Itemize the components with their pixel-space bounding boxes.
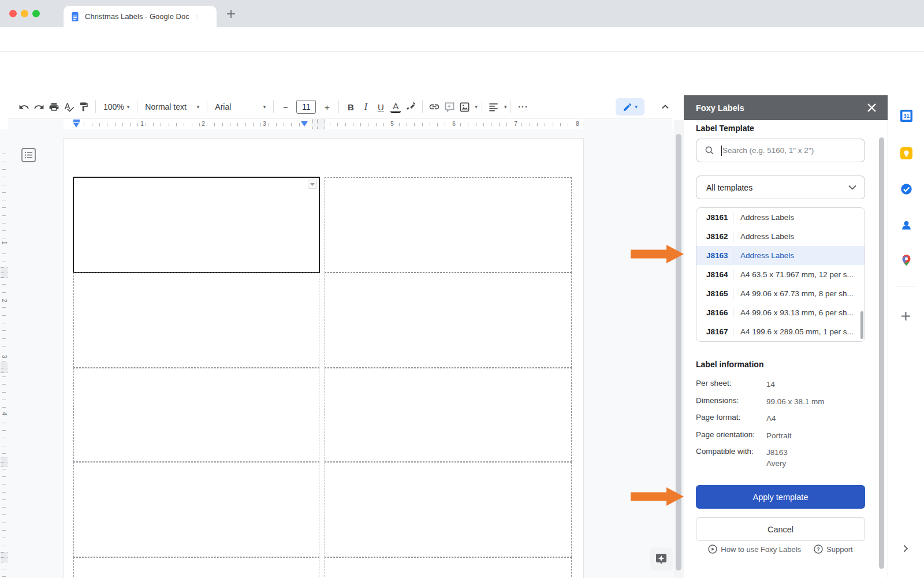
cancel-button[interactable]: Cancel bbox=[696, 517, 865, 541]
template-row[interactable]: J8161 Address Labels bbox=[696, 208, 865, 227]
minimize-window-button[interactable] bbox=[21, 10, 28, 17]
document-page[interactable] bbox=[64, 139, 583, 578]
font-size-input[interactable]: 11 bbox=[296, 100, 316, 114]
ruler-number: 1 bbox=[139, 121, 146, 127]
tasks-icon[interactable] bbox=[900, 183, 912, 195]
table-column-marker[interactable] bbox=[312, 119, 325, 130]
divider bbox=[733, 308, 733, 318]
list-scrollbar-thumb[interactable] bbox=[860, 311, 863, 339]
browser-tab[interactable]: Christmas Labels - Google Doc × bbox=[64, 6, 217, 27]
new-tab-button[interactable] bbox=[226, 9, 236, 18]
explore-button[interactable] bbox=[650, 547, 673, 570]
table-row-marker[interactable] bbox=[1, 552, 8, 562]
hide-side-panel-icon[interactable] bbox=[901, 544, 910, 553]
close-icon[interactable] bbox=[866, 102, 878, 114]
spellcheck-icon[interactable] bbox=[61, 99, 76, 114]
document-scrollbar[interactable] bbox=[674, 120, 684, 578]
label-cell[interactable] bbox=[73, 273, 319, 368]
label-cell-selected[interactable] bbox=[73, 177, 320, 273]
horizontal-ruler: 1235678 bbox=[8, 118, 672, 129]
font-select[interactable]: Arial ▾ bbox=[211, 99, 269, 114]
label-cell[interactable] bbox=[325, 177, 572, 273]
contacts-icon[interactable] bbox=[900, 219, 912, 232]
table-row-marker[interactable] bbox=[1, 267, 8, 278]
label-cell[interactable] bbox=[73, 462, 319, 557]
label-cell[interactable] bbox=[325, 273, 572, 368]
pointer-arrow-template bbox=[631, 244, 684, 264]
divider bbox=[733, 289, 733, 299]
info-value: Portrait bbox=[766, 430, 792, 441]
sparkle-icon bbox=[655, 553, 668, 565]
template-row[interactable]: J8162 Address Labels bbox=[696, 227, 865, 246]
divider bbox=[733, 212, 733, 223]
add-comment-icon[interactable] bbox=[442, 99, 457, 114]
bold-icon[interactable]: B bbox=[343, 99, 358, 114]
right-indent-marker[interactable] bbox=[301, 121, 308, 126]
template-row[interactable]: J8163 Address Labels bbox=[696, 246, 865, 265]
paint-format-icon[interactable] bbox=[76, 99, 91, 114]
label-cell[interactable] bbox=[73, 368, 319, 462]
apply-template-button[interactable]: Apply template bbox=[696, 485, 865, 509]
font-value: Arial bbox=[215, 102, 260, 111]
cell-dropdown-icon[interactable] bbox=[308, 180, 317, 189]
template-code: J8165 bbox=[706, 289, 733, 298]
pencil-icon bbox=[623, 102, 632, 112]
paragraph-style-select[interactable]: Normal text ▾ bbox=[141, 99, 203, 114]
keep-icon[interactable] bbox=[900, 147, 912, 159]
info-value: J8163 Avery bbox=[766, 447, 788, 469]
document-outline-icon[interactable] bbox=[21, 147, 36, 163]
template-name: A4 199.6 x 289.05 mm, 1 per s... bbox=[740, 327, 854, 336]
label-cell[interactable] bbox=[73, 557, 319, 578]
insert-image-icon[interactable] bbox=[457, 99, 472, 114]
print-icon[interactable] bbox=[46, 99, 61, 114]
template-row[interactable]: J8164 A4 63.5 x 71.967 mm, 12 per s... bbox=[696, 265, 865, 284]
maps-icon[interactable] bbox=[900, 254, 912, 266]
zoom-select[interactable]: 100% ▾ bbox=[100, 99, 133, 114]
template-row[interactable]: J8165 A4 99.06 x 67.73 mm, 8 per sh... bbox=[696, 284, 865, 303]
chevron-down-icon[interactable]: ▾ bbox=[504, 104, 507, 110]
label-cell[interactable] bbox=[325, 462, 572, 557]
italic-icon[interactable]: I bbox=[358, 99, 373, 114]
insert-link-icon[interactable] bbox=[427, 99, 442, 114]
label-template-heading: Label Template bbox=[696, 124, 754, 133]
template-name: A4 99.06 x 93.13 mm, 6 per sh... bbox=[740, 308, 854, 317]
table-row-marker[interactable] bbox=[1, 457, 8, 467]
template-row[interactable]: J8167 A4 199.6 x 289.05 mm, 1 per s... bbox=[696, 322, 865, 341]
ruler-number: 3 bbox=[261, 121, 268, 127]
get-add-ons-icon[interactable] bbox=[900, 311, 912, 323]
align-icon[interactable] bbox=[486, 99, 501, 114]
sidebar-scrollbar-thumb[interactable] bbox=[879, 137, 884, 569]
first-line-indent-marker[interactable] bbox=[73, 120, 80, 122]
template-search-input[interactable]: Search (e.g. 5160, 1" x 2") bbox=[696, 139, 865, 162]
editing-mode-button[interactable]: ▾ bbox=[616, 98, 644, 115]
vertical-ruler: 1234 bbox=[0, 129, 8, 578]
info-value: 99.06 x 38.1 mm bbox=[766, 396, 825, 407]
chevron-down-icon[interactable]: ▾ bbox=[475, 104, 478, 110]
undo-icon[interactable] bbox=[16, 99, 31, 114]
pointer-arrow-apply bbox=[631, 487, 684, 506]
underline-icon[interactable]: U bbox=[373, 99, 388, 114]
template-filter-select[interactable]: All templates bbox=[696, 176, 865, 199]
table-row-marker[interactable] bbox=[1, 363, 8, 373]
close-window-button[interactable] bbox=[9, 10, 17, 17]
increase-font-size-icon[interactable]: + bbox=[319, 99, 334, 114]
decrease-font-size-icon[interactable]: − bbox=[278, 99, 293, 114]
left-indent-marker[interactable] bbox=[73, 123, 79, 128]
hide-menus-icon[interactable] bbox=[658, 100, 672, 114]
more-tools-icon[interactable]: ⋯ bbox=[515, 99, 530, 114]
text-color-icon[interactable]: A bbox=[390, 100, 401, 113]
foxy-footer: How to use Foxy Labels ? Support bbox=[696, 545, 865, 554]
redo-icon[interactable] bbox=[31, 99, 46, 114]
zoom-window-button[interactable] bbox=[32, 10, 40, 17]
highlight-color-icon[interactable] bbox=[403, 99, 418, 114]
label-cell[interactable] bbox=[325, 557, 572, 578]
calendar-icon[interactable]: 31 bbox=[900, 110, 912, 122]
label-cell[interactable] bbox=[325, 368, 572, 462]
how-to-use-link[interactable]: How to use Foxy Labels bbox=[708, 545, 801, 554]
template-name: A4 63.5 x 71.967 mm, 12 per s... bbox=[740, 270, 854, 279]
ruler-number: 3 bbox=[1, 353, 8, 361]
support-link[interactable]: ? Support bbox=[814, 545, 853, 554]
template-row[interactable]: J8166 A4 99.06 x 93.13 mm, 6 per sh... bbox=[696, 303, 865, 322]
info-label: Dimensions: bbox=[696, 396, 766, 407]
ruler-number: 5 bbox=[389, 121, 396, 127]
